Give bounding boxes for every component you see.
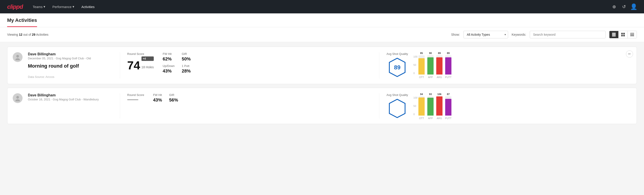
one-putt-val: 28%	[182, 68, 191, 74]
page-title: My Activities	[7, 18, 37, 23]
stats-section: Round Score 74 +4 18 Holes FW Hit 62% Up…	[127, 52, 372, 74]
list-view-button[interactable]	[610, 31, 618, 38]
card-left-2: Dave Billingham October 16, 2021 · Gog M…	[28, 93, 113, 101]
score-holes: 18 Holes	[142, 65, 154, 69]
nav-item-teams[interactable]: Teams ▾	[30, 3, 48, 10]
bar-label: PUTT	[445, 117, 452, 120]
toolbar: Viewing 12 out of 29 Activities Show: Al…	[0, 27, 644, 42]
navigation: clippd Teams ▾ Performance ▾ Activities …	[0, 0, 644, 14]
chevron-down-icon: ▾	[44, 5, 45, 9]
viewing-count: 12	[19, 33, 22, 36]
page-header: My Activities	[0, 14, 644, 27]
svg-point-11	[16, 58, 20, 60]
fw-hit-val: 62%	[163, 56, 174, 62]
gir-val-2: 56%	[169, 98, 178, 103]
activity-name: Morning round of golf	[28, 63, 113, 69]
card-left: Dave Billingham December 05, 2021 · Gog …	[28, 52, 113, 78]
bar-value-label: 85	[420, 52, 423, 54]
hexagon-wrap: Avg Shot Quality 89	[386, 52, 408, 78]
bar-value-label: 90	[429, 52, 432, 54]
activity-card: ✏ Dave Billingham December 05, 2021 · Go…	[7, 47, 637, 84]
nav-item-activities[interactable]: Activities	[79, 3, 97, 10]
bar-value-label: 89	[447, 52, 450, 54]
viewing-text: Viewing 12 out of 29 Activities	[7, 33, 448, 36]
chart-col: 89ARG	[436, 55, 442, 74]
grid-view-button[interactable]	[618, 31, 628, 38]
chevron-down-icon: ▾	[72, 5, 74, 9]
bar-value-label: 89	[438, 52, 441, 54]
round-score-block-2: Round Score	[127, 93, 144, 103]
gir-col-2: GIR 56%	[169, 93, 178, 103]
refresh-icon[interactable]: ↺	[621, 4, 627, 10]
svg-rect-5	[621, 35, 623, 36]
bar-fill	[418, 58, 425, 74]
bar-label: OTT	[419, 117, 424, 120]
bar-value-label: 94	[420, 93, 423, 96]
svg-point-10	[16, 55, 19, 58]
keywords-label: Keywords:	[512, 33, 526, 36]
add-icon[interactable]: ⊕	[611, 4, 617, 10]
avg-quality-label: Avg Shot Quality	[386, 52, 408, 56]
up-down-label: Up/Down	[163, 64, 174, 68]
one-putt-label: 1 Putt	[182, 64, 191, 68]
svg-rect-1	[612, 34, 616, 35]
user-avatar[interactable]: 👤	[630, 4, 637, 10]
fw-hit-label: FW Hit	[163, 52, 174, 56]
activity-card-2: Dave Billingham October 16, 2021 · Gog M…	[7, 88, 637, 124]
svg-rect-2	[612, 36, 616, 36]
page-title-wrap: My Activities	[7, 14, 37, 27]
bar-label: APP	[428, 117, 433, 120]
list-outline-view-button[interactable]	[628, 31, 637, 38]
fw-gir-block: FW Hit 62% Up/Down 43% GIR 50% 1 Putt 28…	[163, 52, 191, 74]
bar-outer	[427, 96, 434, 116]
search-input[interactable]	[530, 31, 606, 38]
user-name-2: Dave Billingham	[28, 93, 113, 97]
main-content: ✏ Dave Billingham December 05, 2021 · Go…	[0, 42, 644, 128]
score-placeholder	[127, 99, 138, 100]
bar-label: OTT	[419, 76, 424, 78]
bar-outer	[445, 96, 452, 116]
hexagon-number: 89	[394, 64, 400, 71]
logo[interactable]: clippd	[7, 3, 23, 10]
score-big-2	[127, 98, 144, 100]
svg-rect-9	[630, 36, 634, 36]
nav-right: ⊕ ↺ 👤	[611, 4, 637, 10]
bar-outer	[427, 55, 434, 74]
user-name: Dave Billingham	[28, 52, 113, 56]
svg-rect-7	[630, 33, 634, 34]
fw-gir-block-2: FW Hit 43% GIR 56%	[153, 93, 178, 103]
user-date: December 05, 2021 · Gog Magog Golf Club …	[28, 57, 113, 60]
bar-label: APP	[428, 76, 433, 78]
bar-outer	[436, 96, 442, 116]
round-score-label-2: Round Score	[127, 93, 144, 96]
card-divider	[120, 52, 120, 78]
svg-rect-6	[623, 35, 625, 36]
viewing-total: 29	[32, 33, 36, 36]
user-date-2: October 16, 2021 · Gog Magog Golf Club -…	[28, 98, 113, 101]
chart-col: 85OTT	[418, 55, 425, 74]
nav-item-performance[interactable]: Performance ▾	[50, 3, 77, 10]
score-number: 74	[127, 60, 140, 71]
fw-hit-label-2: FW Hit	[153, 93, 162, 96]
svg-point-13	[16, 96, 19, 98]
bar-label: ARG	[437, 76, 442, 78]
bar-chart-wrap: 100 50 0 85OTT90APP89ARG89PUTT	[414, 55, 452, 74]
bar-fill	[427, 98, 434, 116]
bar-value-label: 93	[429, 93, 432, 96]
view-toggles	[609, 31, 637, 38]
gir-col: GIR 50% 1 Putt 28%	[182, 52, 191, 74]
hexagon-wrap-2: Avg Shot Quality	[386, 93, 408, 118]
avatar	[13, 52, 22, 62]
bar-fill	[445, 99, 452, 116]
fw-hit-col-2: FW Hit 43%	[153, 93, 162, 103]
show-label: Show:	[451, 33, 460, 36]
edit-button[interactable]: ✏	[626, 50, 633, 58]
bar-fill	[436, 57, 442, 74]
avatar-2	[13, 93, 22, 103]
activity-type-dropdown[interactable]: All Activity Types	[464, 31, 508, 38]
hexagon: 89	[388, 57, 406, 78]
hexagon-2	[388, 98, 406, 118]
nav-links: Teams ▾ Performance ▾ Activities	[30, 3, 604, 10]
chart-col: 87PUTT	[445, 96, 452, 116]
bar-label: PUTT	[445, 76, 452, 78]
